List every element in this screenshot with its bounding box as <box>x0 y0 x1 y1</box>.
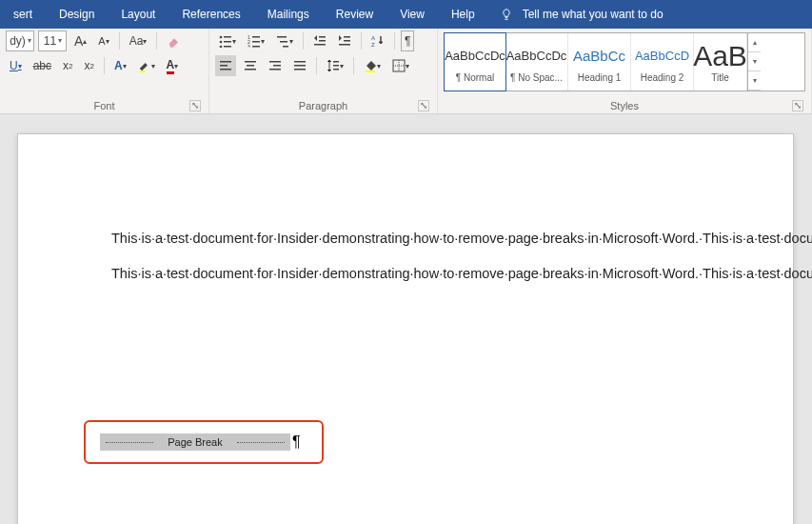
svg-rect-6 <box>224 46 231 48</box>
paragraph-dialog-launcher[interactable]: ⤡ <box>418 100 429 111</box>
svg-rect-16 <box>319 36 326 38</box>
align-right-button[interactable] <box>265 55 286 76</box>
tab-references[interactable]: References <box>168 8 253 21</box>
paragraph-group-label: Paragraph⤡ <box>215 100 431 113</box>
text-effects-button[interactable]: A ▾ <box>110 55 130 76</box>
tab-view[interactable]: View <box>386 8 438 21</box>
svg-rect-10 <box>252 41 260 43</box>
separator <box>361 32 362 50</box>
tab-design[interactable]: Design <box>46 8 108 21</box>
style-sample: AaBbCcDc <box>506 42 567 71</box>
font-size-combo[interactable]: 11▾ <box>38 30 67 51</box>
style-name-label: Heading 1 <box>568 72 630 83</box>
paragraph-2[interactable]: This·is·a·test·document·for·Insider·demo… <box>111 265 707 283</box>
svg-point-5 <box>220 46 223 48</box>
svg-text:A: A <box>371 35 375 41</box>
font-group-label: Font⤡ <box>6 100 203 113</box>
tab-layout[interactable]: Layout <box>108 8 168 21</box>
align-center-button[interactable] <box>240 55 261 76</box>
document-body[interactable]: This·is·a·test·document·for·Insider·demo… <box>18 134 793 283</box>
bullets-button[interactable]: ▾ <box>215 30 240 51</box>
line-spacing-button[interactable]: ▾ <box>323 55 347 76</box>
strikethrough-button[interactable]: abc <box>30 55 55 76</box>
style-title[interactable]: AaB Title <box>694 33 747 91</box>
svg-rect-39 <box>366 71 375 72</box>
gallery-scroll-up[interactable]: ▴ <box>748 33 761 52</box>
gallery-expand[interactable]: ▾ <box>748 71 761 91</box>
svg-rect-8 <box>252 36 260 38</box>
style-heading-2[interactable]: AaBbCcD Heading 2 <box>631 33 694 91</box>
numbering-button[interactable]: 123▾ <box>244 30 268 51</box>
style-no-spacing[interactable]: AaBbCcDc ¶ No Spac... <box>505 33 568 91</box>
style-name-label: ¶ No Spac... <box>505 72 567 83</box>
tell-me-search[interactable]: Tell me what you want to do <box>500 8 663 21</box>
style-name-label: Title <box>694 72 746 83</box>
page-break-marker[interactable]: Page Break <box>100 433 290 451</box>
line-spacing-icon <box>327 59 340 72</box>
separator <box>156 32 157 50</box>
gallery-scroll: ▴ ▾ ▾ <box>747 33 761 91</box>
font-group: dy)▾ 11▾ A▴ A▾ Aa ▾ U ▾ abc x2 x2 A ▾ ▾ <box>0 29 209 113</box>
svg-rect-36 <box>333 61 339 63</box>
svg-rect-37 <box>333 65 339 67</box>
style-normal[interactable]: AaBbCcDc ¶ Normal <box>444 32 506 91</box>
svg-rect-29 <box>245 69 256 71</box>
decrease-indent-button[interactable] <box>309 30 330 51</box>
tell-me-label: Tell me what you want to do <box>523 8 663 21</box>
document-page[interactable]: This·is·a·test·document·for·Insider·demo… <box>17 133 794 524</box>
svg-rect-4 <box>224 41 231 43</box>
tab-review[interactable]: Review <box>323 8 386 21</box>
style-heading-1[interactable]: AaBbCc Heading 1 <box>568 33 631 91</box>
tab-insert[interactable]: sert <box>0 8 46 21</box>
svg-rect-30 <box>269 61 281 63</box>
align-left-button[interactable] <box>215 55 236 76</box>
style-sample: AaBbCc <box>573 42 625 71</box>
page-break-label: Page Break <box>168 436 222 448</box>
clear-formatting-button[interactable] <box>163 30 186 51</box>
chevron-down-icon: ▾ <box>58 38 62 44</box>
shrink-font-button[interactable]: A▾ <box>94 30 112 51</box>
svg-rect-34 <box>294 65 306 67</box>
sort-button[interactable]: AZ <box>367 30 388 51</box>
style-sample: AaBbCcD <box>635 42 689 71</box>
font-color-button[interactable]: A ▾ <box>163 55 183 76</box>
borders-button[interactable]: ▾ <box>388 55 413 76</box>
gallery-scroll-down[interactable]: ▾ <box>748 52 761 71</box>
document-workarea: This·is·a·test·document·for·Insider·demo… <box>0 114 812 524</box>
show-marks-button[interactable]: ¶ <box>401 30 414 51</box>
change-case-button[interactable]: Aa ▾ <box>126 30 151 51</box>
bullets-icon <box>219 34 232 48</box>
grow-font-button[interactable]: A▴ <box>70 30 90 51</box>
increase-indent-button[interactable] <box>334 30 355 51</box>
font-dialog-launcher[interactable]: ⤡ <box>189 100 201 111</box>
shading-button[interactable]: ▾ <box>360 55 385 76</box>
svg-rect-2 <box>224 36 231 38</box>
multilevel-list-button[interactable]: ▾ <box>272 30 297 51</box>
eraser-icon <box>167 33 182 49</box>
separator <box>119 32 120 50</box>
superscript-button[interactable]: x2 <box>80 55 97 76</box>
justify-button[interactable] <box>289 55 310 76</box>
font-name-combo[interactable]: dy)▾ <box>6 30 34 51</box>
separator <box>104 57 105 74</box>
svg-rect-26 <box>220 69 231 71</box>
svg-point-3 <box>220 41 223 44</box>
svg-rect-14 <box>280 41 287 43</box>
paragraph-1[interactable]: This·is·a·test·document·for·Insider·demo… <box>111 230 707 248</box>
tab-help[interactable]: Help <box>438 8 488 21</box>
svg-rect-21 <box>339 44 350 46</box>
styles-group: AaBbCcDc ¶ Normal AaBbCcDc ¶ No Spac... … <box>438 29 812 113</box>
subscript-button[interactable]: x2 <box>59 55 76 76</box>
tab-mailings[interactable]: Mailings <box>254 8 323 21</box>
chevron-down-icon: ▾ <box>28 38 31 44</box>
svg-rect-31 <box>273 65 281 67</box>
svg-rect-13 <box>277 36 287 38</box>
svg-rect-15 <box>283 46 288 48</box>
style-sample: AaB <box>691 42 750 71</box>
styles-dialog-launcher[interactable]: ⤡ <box>792 100 803 111</box>
styles-gallery: AaBbCcDc ¶ Normal AaBbCcDc ¶ No Spac... … <box>444 32 805 91</box>
style-name-label: Heading 2 <box>631 72 693 83</box>
highlight-button[interactable]: ▾ <box>134 55 159 76</box>
underline-button[interactable]: U ▾ <box>6 55 26 76</box>
pilcrow-icon: ¶ <box>292 433 301 451</box>
